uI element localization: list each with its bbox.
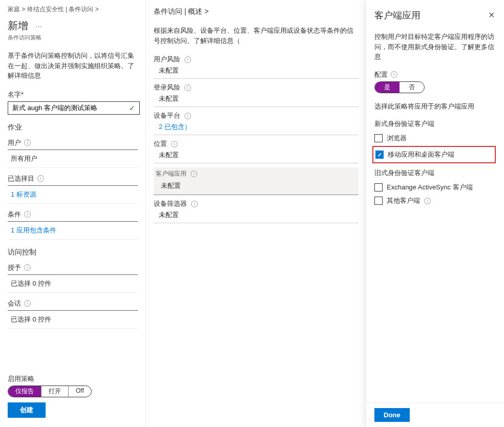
client-apps-label[interactable]: 客户端应用 i xyxy=(154,167,359,179)
close-icon[interactable]: ✕ xyxy=(487,9,496,21)
select-desc: 选择此策略将应用于的客户端应用 xyxy=(374,101,496,112)
user-risk-value[interactable]: 未配置 xyxy=(154,65,359,79)
enable-policy-label: 启用策略 xyxy=(8,374,138,383)
modern-auth-title: 新式身份验证客户端 xyxy=(374,119,496,129)
other-clients-row[interactable]: 其他客户端 i xyxy=(374,194,496,207)
grant-label[interactable]: 授予 i xyxy=(8,263,138,275)
info-icon[interactable]: i xyxy=(24,211,31,218)
more-icon[interactable]: … xyxy=(32,21,45,29)
check-icon: ✓ xyxy=(129,104,135,112)
other-clients-checkbox[interactable] xyxy=(374,197,383,205)
toggle-off[interactable]: Off xyxy=(69,386,91,397)
device-filter-value[interactable]: 未配置 xyxy=(154,209,359,223)
device-platform-label[interactable]: 设备平台 i xyxy=(154,111,359,121)
grant-value[interactable]: 已选择 0 控件 xyxy=(8,277,138,293)
browser-row[interactable]: 浏览器 xyxy=(374,132,496,145)
targets-label[interactable]: 已选择目 i xyxy=(8,174,138,186)
name-label: 名字* xyxy=(8,90,138,99)
info-icon[interactable]: i xyxy=(191,201,198,207)
conditions-value[interactable]: 1 应用包含条件 xyxy=(8,224,138,240)
locations-value[interactable]: 未配置 xyxy=(154,150,359,163)
browser-label: 浏览器 xyxy=(387,134,407,143)
info-icon[interactable]: i xyxy=(424,198,431,204)
other-clients-label: 其他客户端 xyxy=(387,196,420,205)
info-icon[interactable]: i xyxy=(37,175,44,182)
toggle-yes[interactable]: 是 xyxy=(375,82,400,93)
mobile-desktop-row[interactable]: 移动应用和桌面客户端 xyxy=(375,148,493,161)
configure-label: 配置 i xyxy=(374,70,496,79)
conditions-label[interactable]: 条件 i xyxy=(8,210,138,222)
signin-risk-label[interactable]: 登录风险 i xyxy=(154,83,359,93)
panel-desc: 控制用户对目标特定客户端应用程序的访问，而不使用新式身份验证。了解更多信息 xyxy=(374,32,496,62)
breadcrumb-condaccess[interactable]: 条件访问 xyxy=(69,6,93,13)
access-controls-heading: 访问控制 xyxy=(8,248,138,257)
info-icon[interactable]: i xyxy=(184,56,191,63)
mobile-desktop-label: 移动应用和桌面客户端 xyxy=(388,150,454,159)
signin-risk-value[interactable]: 未配置 xyxy=(154,93,359,107)
legacy-auth-title: 旧式身份验证客户端 xyxy=(374,168,496,178)
info-icon[interactable]: i xyxy=(184,113,191,119)
col2-title[interactable]: 条件访问 | 概述 > xyxy=(154,7,359,16)
device-platform-value[interactable]: 2 已包含） xyxy=(154,121,359,135)
name-input-wrap[interactable]: ✓ xyxy=(8,101,140,115)
exchange-checkbox[interactable] xyxy=(374,183,383,191)
client-apps-value[interactable]: 未配置 xyxy=(154,179,359,195)
exchange-label: Exchange ActiveSync 客户端 xyxy=(387,183,473,192)
session-label[interactable]: 会话 i xyxy=(8,299,138,311)
exchange-row[interactable]: Exchange ActiveSync 客户端 xyxy=(374,181,496,194)
description: 基于条件访问策略控制访问，以将信号汇集在一起、做出决策并强制实施组织策略。了解详… xyxy=(8,51,138,81)
breadcrumb[interactable]: 家庭 > 终结点安全性 | 条件访问 > xyxy=(8,5,138,14)
enable-policy-toggle[interactable]: 仅报告 打开 Off xyxy=(8,386,92,397)
page-title: 新增 xyxy=(8,19,28,33)
page-subtitle: 条件访问策略 xyxy=(8,34,138,41)
info-icon[interactable]: i xyxy=(184,84,191,91)
users-label[interactable]: 用户 i xyxy=(8,138,138,150)
targets-value[interactable]: 1 标资源 xyxy=(8,188,138,204)
toggle-on[interactable]: 打开 xyxy=(41,386,69,397)
toggle-report[interactable]: 仅报告 xyxy=(8,386,41,397)
panel-title: 客户端应用 xyxy=(374,9,421,22)
client-apps-panel: 客户端应用 ✕ 控制用户对目标特定客户端应用程序的访问，而不使用新式身份验证。了… xyxy=(366,0,504,427)
mobile-desktop-checkbox[interactable] xyxy=(375,151,384,159)
highlight-box: 移动应用和桌面客户端 xyxy=(372,146,496,163)
info-icon[interactable]: i xyxy=(391,71,397,78)
done-button[interactable]: Done xyxy=(374,408,410,422)
users-value[interactable]: 所有用户 xyxy=(8,152,138,168)
info-icon[interactable]: i xyxy=(24,300,31,307)
session-value[interactable]: 已选择 0 控件 xyxy=(8,313,138,329)
browser-checkbox[interactable] xyxy=(374,134,383,142)
device-filter-label[interactable]: 设备筛选器 i xyxy=(154,199,359,209)
user-risk-label[interactable]: 用户风险 i xyxy=(154,55,359,65)
info-icon[interactable]: i xyxy=(171,141,178,147)
breadcrumb-endpoint[interactable]: 终结点安全性 xyxy=(27,6,64,13)
configure-toggle[interactable]: 是 否 xyxy=(374,81,425,93)
name-input[interactable] xyxy=(12,104,129,112)
info-icon[interactable]: i xyxy=(24,139,31,146)
locations-label[interactable]: 位置 i xyxy=(154,139,359,150)
toggle-no[interactable]: 否 xyxy=(400,82,424,93)
col2-desc: 根据来自风险、设备平台、位置、客户端应用或设备状态等条件的信号控制访问。了解详细… xyxy=(154,26,359,46)
info-icon[interactable]: i xyxy=(24,264,31,271)
breadcrumb-home[interactable]: 家庭 xyxy=(8,6,20,13)
assignments-heading: 作业 xyxy=(8,123,138,132)
info-icon[interactable]: i xyxy=(191,170,197,177)
create-button[interactable]: 创建 xyxy=(8,402,46,418)
